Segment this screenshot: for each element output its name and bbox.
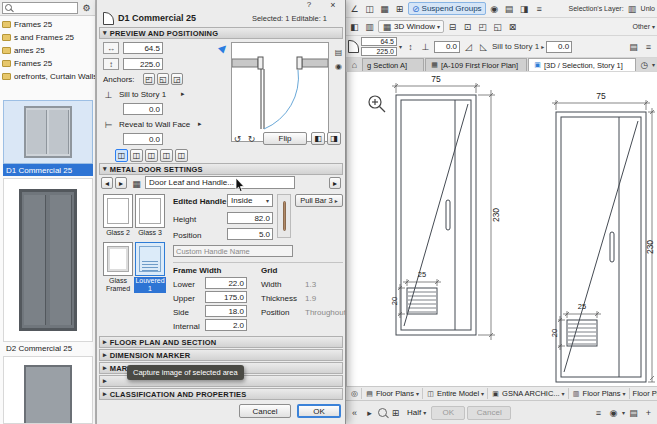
split-view-icon[interactable]: ◫ <box>363 2 376 15</box>
flip-button[interactable]: Flip <box>263 132 307 145</box>
library-item-next-thumbnail[interactable] <box>3 356 93 424</box>
tree-item[interactable]: s and Frames 25 <box>0 31 95 44</box>
angle-snap-icon[interactable]: ∠ <box>348 2 361 15</box>
fw-lower-field[interactable]: 22.0 <box>205 277 247 289</box>
chevron-down-icon[interactable]: ▾ <box>652 61 655 68</box>
tab-section-a[interactable]: g Section A] <box>362 58 424 71</box>
library-item-d2-label[interactable]: D2 Commercial 25 <box>3 342 93 354</box>
menu-icon[interactable]: ≡ <box>642 40 655 53</box>
grid-display-icon[interactable]: ▦ <box>378 2 391 15</box>
quick-option-pen-set[interactable]: ▥ Floor Plans ▾ <box>569 387 629 400</box>
preview-mode-front-icon[interactable]: ◫ <box>130 149 143 162</box>
tracker-icon[interactable]: ≡ <box>592 406 605 419</box>
reveal-to-wall-face-label[interactable]: Reveal to Wall Face <box>119 120 190 129</box>
leaf-option-louvered[interactable] <box>135 242 165 276</box>
page-grid-icon[interactable]: ▦ <box>130 177 143 190</box>
preview-mode-3d-icon[interactable]: ◫ <box>160 149 173 162</box>
other-settings-label[interactable]: Other <box>632 23 650 30</box>
nav-forward-icon[interactable]: ▸ <box>115 177 127 189</box>
settings-page-dropdown[interactable]: Door Leaf and Handle... <box>145 176 295 189</box>
leaf-option-glass-framed[interactable] <box>103 242 133 276</box>
door-height-field[interactable]: 225.0 <box>361 47 397 56</box>
anchor-offset-field[interactable]: 0.0 <box>434 41 460 53</box>
zoom-icon[interactable] <box>378 408 387 417</box>
fw-internal-field[interactable]: 2.0 <box>205 319 247 331</box>
crossbox-icon[interactable]: ⊠ <box>506 20 519 33</box>
rotate-cw-icon[interactable]: ↻ <box>245 132 258 145</box>
tree-item[interactable]: Frames 25 <box>0 57 95 70</box>
subtract-icon[interactable]: ⊟ <box>446 20 459 33</box>
preview-view-option-icon[interactable]: ▤ <box>332 46 345 59</box>
help-button[interactable]: ? <box>303 0 315 10</box>
leaf-option-glass2[interactable] <box>103 194 133 228</box>
sill-to-story-label[interactable]: Sill to Story 1 <box>119 90 166 99</box>
anchor-icon[interactable]: ⊥ <box>419 40 432 53</box>
custom-handle-name-field[interactable]: Custom Handle Name <box>173 245 293 257</box>
close-icon[interactable]: × <box>327 0 339 10</box>
fit-view-icon[interactable]: ⊞ <box>389 406 402 419</box>
reveal-flyout-arrow-icon[interactable]: ▸ <box>198 120 202 128</box>
layers-icon[interactable]: ▤ <box>503 2 516 15</box>
3d-window-dropdown[interactable]: ▦ 3D Window ▾ <box>378 20 444 33</box>
gear-icon[interactable]: ⚙ <box>80 1 93 14</box>
preview-mode-list-icon[interactable]: ◫ <box>175 149 188 162</box>
preview-mode-plan-icon[interactable]: ◫ <box>115 149 128 162</box>
chevron-down-icon[interactable]: ▾ <box>622 409 625 416</box>
door-plan-preview[interactable] <box>231 42 329 142</box>
selection-layer-value[interactable]: Unlo <box>641 5 655 12</box>
nav-back-icon[interactable]: ◂ <box>101 177 113 189</box>
anchor-option-button[interactable]: ◱ <box>157 73 169 85</box>
play-icon[interactable]: ▸ <box>363 406 376 419</box>
section-header-floor-plan-and-section[interactable]: ▸ FLOOR PLAN AND SECTION <box>99 336 343 348</box>
sill-value-field[interactable]: 0.0 <box>123 103 163 115</box>
suspend-groups-button[interactable]: ⊘ Suspend Groups <box>408 2 486 15</box>
mirror-icon[interactable]: ◺ <box>477 40 490 53</box>
door-height-field[interactable]: 225.0 <box>123 58 163 70</box>
add-view-icon[interactable]: + <box>642 406 655 419</box>
target-icon[interactable]: ◉ <box>488 2 501 15</box>
tree-item[interactable]: ames 25 <box>0 44 95 57</box>
orbit-icon[interactable]: ◉ <box>607 406 620 419</box>
leaf-option-glass3[interactable] <box>135 194 165 228</box>
preview-eye-icon[interactable]: ◉ <box>332 60 345 73</box>
library-item-d2-thumbnail[interactable] <box>3 178 93 342</box>
library-item-d1-thumbnail[interactable] <box>3 100 93 164</box>
sill-value-field[interactable]: 0.0 <box>546 41 572 53</box>
fw-side-field[interactable]: 18.0 <box>205 305 247 317</box>
corner-tl-icon[interactable]: ◰ <box>476 20 489 33</box>
preview-mode-side-icon[interactable]: ◫ <box>145 149 158 162</box>
add-icon[interactable]: ⊡ <box>461 20 474 33</box>
quick-option-layer[interactable]: ▤ Floor Plans ▾ <box>362 387 422 400</box>
vertical-extent-icon[interactable]: ↕ <box>404 40 417 53</box>
tab-first-floor-plan[interactable]: ▦ [A-109 First Floor Plan] <box>425 58 527 71</box>
pin-icon[interactable]: ◎ <box>348 387 361 400</box>
door-width-field[interactable]: 64.5 <box>361 37 397 46</box>
cancel-button[interactable]: Cancel <box>239 404 291 418</box>
tab-3d-selection[interactable]: ▣ [3D / Selection, Story 1] <box>528 58 636 71</box>
sill-to-story-label[interactable]: Sill to Story 1 <box>492 42 539 51</box>
anchor-option-button[interactable]: ◲ <box>171 73 183 85</box>
section-header-classification-and-properties[interactable]: ▸ CLASSIFICATION AND PROPERTIES <box>99 388 343 400</box>
quick-option-model-filter[interactable]: ◫ Entire Model ▾ <box>423 387 487 400</box>
panel-icon[interactable]: ▤ <box>627 40 640 53</box>
handle-position-field[interactable]: 5.0 <box>227 228 273 240</box>
search-input[interactable] <box>2 2 78 14</box>
pull-bar-button[interactable]: Pull Bar 3 ▸ <box>295 194 343 207</box>
shade-icon[interactable]: ◨ <box>518 2 531 15</box>
corner-bl-icon[interactable]: ◱ <box>491 20 504 33</box>
edited-handle-dropdown[interactable]: Inside ▾ <box>227 194 273 207</box>
library-item-d1-label[interactable]: D1 Commercial 25 <box>3 164 93 176</box>
ok-button[interactable]: OK <box>297 404 341 418</box>
reveal-value-field[interactable]: 0.0 <box>123 133 163 145</box>
page-next-icon[interactable]: ▸ <box>329 177 341 189</box>
half-fill-icon[interactable]: ◧ <box>348 20 361 33</box>
history-icon[interactable]: ◷ <box>638 58 651 71</box>
door-width-field[interactable]: 64.5 <box>123 42 163 54</box>
tree-item[interactable]: Frames 25 <box>0 18 95 31</box>
swing-left-icon[interactable]: ◧ <box>311 132 325 145</box>
drawing-canvas[interactable]: 75 230 25 20 75 230 25 20 <box>346 72 657 386</box>
sill-flyout-arrow-icon[interactable]: ▸ <box>181 90 185 98</box>
swing-right-icon[interactable]: ◨ <box>327 132 341 145</box>
swing-angle-icon[interactable]: ◿ <box>462 40 475 53</box>
section-header-metal-door-settings[interactable]: ▾ METAL DOOR SETTINGS <box>99 163 343 175</box>
